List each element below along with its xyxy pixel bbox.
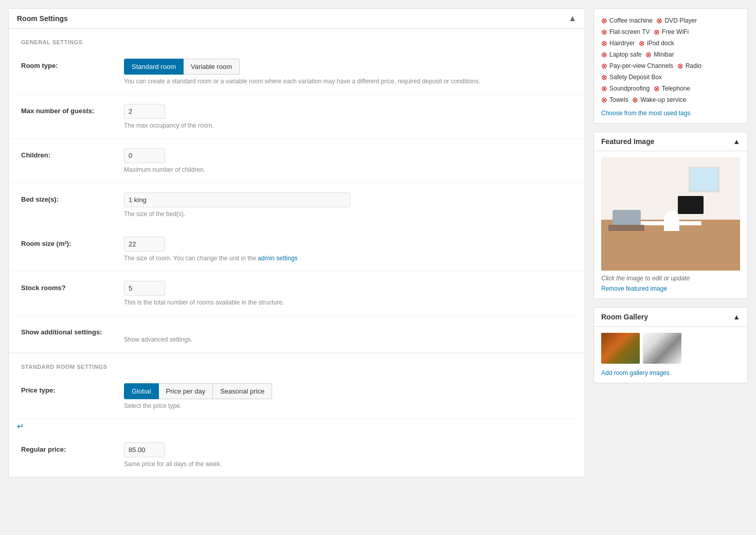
tag-soundproofing: ⊗ Soundproofing [601,84,650,93]
show-additional-hint: Show advanced settings. [124,336,572,343]
remove-coffee-machine-icon[interactable]: ⊗ [601,16,607,25]
standard-room-button[interactable]: Standard room [124,59,184,75]
remove-safety-deposit-icon[interactable]: ⊗ [601,73,607,81]
room-size-input[interactable] [124,237,165,252]
remove-free-wifi-icon[interactable]: ⊗ [654,28,660,36]
max-guests-input[interactable] [124,104,165,119]
max-guests-label: Max number of guests: [21,104,124,115]
tag-soundproofing-label: Soundproofing [609,85,650,92]
tag-pay-per-view: ⊗ Pay-per-view Channels [601,62,673,70]
bed-size-input[interactable] [124,192,350,207]
remove-minibar-icon[interactable]: ⊗ [645,50,652,59]
tag-telephone: ⊗ Telephone [654,84,690,93]
remove-laptop-safe-icon[interactable]: ⊗ [601,50,607,59]
room-bed-frame [608,225,644,231]
room-pillow [613,210,641,225]
tag-towels: ⊗ Towels [601,96,628,104]
add-gallery-images-link[interactable]: Add room gallery images [601,369,670,377]
tag-towels-label: Towels [609,96,628,103]
remove-dvd-player-icon[interactable]: ⊗ [656,16,662,25]
standard-settings-label: STANDARD ROOM SETTINGS [9,353,585,374]
room-gallery-header: Room Gallery ▲ [594,308,747,327]
room-monitor [678,196,704,214]
children-label: Children: [21,148,124,159]
tag-ipod-dock-label: iPod dock [647,40,674,47]
bed-size-content: The size of the bed(s). [124,192,572,218]
tag-free-wifi-label: Free WiFi [662,28,689,35]
general-settings-label: GENERAL SETTINGS [9,29,585,49]
tag-coffee-machine: ⊗ Coffee machine [601,16,653,25]
gallery-thumb-2[interactable] [643,333,681,364]
panel-title: Room Settings [17,14,68,23]
room-gallery-box: Room Gallery ▲ Add room gallery images [593,307,748,383]
tags-box: ⊗ Coffee machine ⊗ DVD Player ⊗ Flat-scr… [593,8,748,123]
remove-ipod-dock-icon[interactable]: ⊗ [639,39,645,47]
max-guests-hint: The max occupancy of the room. [124,122,572,129]
remove-soundproofing-icon[interactable]: ⊗ [601,84,607,93]
featured-image-box: Featured Image ▲ Click the image to edit… [593,132,748,299]
remove-telephone-icon[interactable]: ⊗ [654,84,660,93]
tag-dvd-player: ⊗ DVD Player [656,16,697,25]
room-window [689,167,719,192]
tag-radio-label: Radio [686,62,701,69]
show-additional-row: Show additional settings: Show advanced … [9,316,585,353]
show-additional-label: Show additional settings: [21,325,124,336]
room-type-row: Room type: Standard room Variable room Y… [9,49,585,95]
price-per-day-button[interactable]: Price per day [159,383,213,399]
tag-minibar: ⊗ Minibar [645,50,674,59]
room-gallery-title: Room Gallery [601,313,648,321]
tag-flat-screen-tv-label: Flat-screen TV [609,28,650,35]
price-type-content: Global Price per day Seasonal price Sele… [124,383,572,409]
remove-pay-per-view-icon[interactable]: ⊗ [601,62,607,70]
tag-radio: ⊗ Radio [677,62,701,70]
featured-image-toggle-icon[interactable]: ▲ [733,137,740,146]
gallery-thumb-1[interactable] [601,333,640,364]
room-gallery-toggle-icon[interactable]: ▲ [733,313,740,321]
remove-radio-icon[interactable]: ⊗ [677,62,683,70]
stock-rooms-row: Stock rooms? This is the total number of… [9,272,585,316]
show-additional-content: Show advanced settings. [124,325,572,343]
room-type-hint: You can create a standard room or a vari… [124,78,572,85]
arrow-indicator-row: ↵ [9,419,585,433]
tag-laptop-safe: ⊗ Laptop safe [601,50,642,59]
regular-price-content: Same price for all days of the week. [124,442,572,468]
tag-safety-deposit-label: Safety Deposit Box [609,74,662,81]
regular-price-label: Regular price: [21,442,124,453]
tag-wake-up: ⊗ Wake-up service [632,96,686,104]
down-arrow-icon: ↵ [17,422,24,431]
seasonal-price-button[interactable]: Seasonal price [213,383,272,399]
children-row: Children: Maximum number of children. [9,139,585,183]
remove-hairdryer-icon[interactable]: ⊗ [601,39,607,47]
featured-image-preview[interactable] [601,157,740,271]
gallery-thumbnails [601,333,740,364]
children-input[interactable] [124,148,165,163]
remove-flat-screen-tv-icon[interactable]: ⊗ [601,28,607,36]
tag-laptop-safe-label: Laptop safe [609,51,642,58]
bed-size-hint: The size of the bed(s). [124,210,572,218]
tag-safety-deposit: ⊗ Safety Deposit Box [601,73,662,81]
featured-image-hint: Click the image to edit or update [601,275,740,282]
tag-wake-up-label: Wake-up service [640,96,686,103]
tag-pay-per-view-label: Pay-per-view Channels [609,62,673,69]
panel-toggle-icon[interactable]: ▲ [568,14,577,23]
remove-featured-image-link[interactable]: Remove featured image [601,285,740,292]
choose-tags-link[interactable]: Choose from the most used tags [601,110,740,117]
global-price-button[interactable]: Global [124,383,159,399]
remove-wake-up-icon[interactable]: ⊗ [632,96,638,104]
regular-price-input[interactable] [124,442,165,457]
stock-rooms-label: Stock rooms? [21,281,124,292]
panel-header: Room Settings ▲ [9,9,585,29]
bed-size-label: Bed size(s): [21,192,124,203]
regular-price-row: Regular price: Same price for all days o… [9,433,585,477]
max-guests-row: Max number of guests: The max occupancy … [9,95,585,139]
tag-minibar-label: Minibar [654,51,674,58]
room-size-content: The size of room. You can change the uni… [124,237,572,262]
admin-settings-link[interactable]: admin settings [258,255,297,262]
stock-rooms-input[interactable] [124,281,165,296]
variable-room-button[interactable]: Variable room [184,59,240,75]
remove-towels-icon[interactable]: ⊗ [601,96,607,104]
price-type-row: Price type: Global Price per day Seasona… [9,374,585,419]
children-hint: Maximum number of children. [124,166,572,173]
stock-rooms-hint: This is the total number of rooms availa… [124,299,572,306]
max-guests-content: The max occupancy of the room. [124,104,572,129]
